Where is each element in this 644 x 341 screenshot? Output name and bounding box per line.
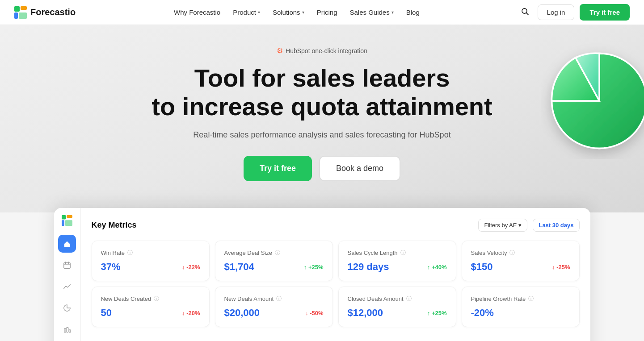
metric-help-icon: ⓘ bbox=[528, 295, 534, 303]
sidebar-logo bbox=[62, 215, 72, 228]
metric-card: Average Deal Size ⓘ $1,704 ↑ +25% bbox=[215, 241, 333, 281]
metric-change: ↓ -25% bbox=[552, 264, 570, 270]
logo-icon bbox=[14, 6, 27, 19]
product-chevron-icon: ▾ bbox=[258, 10, 260, 15]
nav-item-solutions[interactable]: Solutions ▾ bbox=[267, 5, 310, 20]
metric-label: New Deals Created ⓘ bbox=[101, 295, 200, 303]
navigation: Forecastio Why Forecastio Product ▾ Solu… bbox=[0, 0, 644, 25]
nav-try-free-button[interactable]: Try it free bbox=[580, 4, 630, 21]
search-button[interactable] bbox=[518, 4, 532, 20]
svg-rect-7 bbox=[67, 215, 72, 218]
metric-value-row: -20% bbox=[471, 307, 570, 319]
metrics-title: Key Metrics bbox=[92, 220, 137, 230]
metric-value: $1,704 bbox=[224, 261, 254, 273]
metric-value: 37% bbox=[101, 261, 121, 273]
nav-item-sales-guides[interactable]: Sales Guides ▾ bbox=[344, 5, 399, 20]
metric-change: ↑ +25% bbox=[427, 310, 447, 316]
metric-label: Average Deal Size ⓘ bbox=[224, 249, 324, 257]
svg-rect-1 bbox=[21, 6, 27, 10]
svg-rect-15 bbox=[67, 328, 68, 333]
metric-label: Sales Velocity ⓘ bbox=[471, 249, 570, 257]
metric-card: Pipeline Growth Rate ⓘ -20% bbox=[462, 287, 580, 327]
filter-ae-button[interactable]: Filters by AE ▾ bbox=[478, 219, 527, 232]
hubspot-icon: ⚙ bbox=[277, 46, 283, 55]
metric-help-icon: ⓘ bbox=[276, 295, 282, 303]
metric-value: 50 bbox=[101, 307, 112, 319]
metric-value-row: 50 ↓ -20% bbox=[101, 307, 200, 319]
svg-rect-8 bbox=[62, 220, 64, 226]
nav-links: Why Forecastio Product ▾ Solutions ▾ Pri… bbox=[168, 5, 425, 20]
nav-item-blog[interactable]: Blog bbox=[401, 5, 425, 20]
metric-change: ↑ +25% bbox=[304, 264, 324, 270]
svg-rect-2 bbox=[14, 12, 18, 19]
date-filter-button[interactable]: Last 30 days bbox=[533, 219, 579, 232]
logo[interactable]: Forecastio bbox=[14, 6, 76, 19]
svg-line-5 bbox=[526, 13, 528, 15]
svg-rect-6 bbox=[62, 215, 66, 219]
metric-change: ↓ -22% bbox=[182, 264, 200, 270]
metric-label: Closed Deals Amount ⓘ bbox=[348, 295, 447, 303]
metric-change: ↓ -20% bbox=[182, 310, 200, 316]
hero-try-free-button[interactable]: Try it free bbox=[244, 156, 312, 181]
svg-rect-0 bbox=[14, 6, 20, 12]
metric-value: 129 days bbox=[348, 261, 389, 273]
pie-chart-decoration bbox=[541, 43, 644, 159]
metric-change: ↓ -50% bbox=[305, 310, 323, 316]
pie-chart-svg bbox=[541, 43, 644, 159]
metric-value-row: $20,000 ↓ -50% bbox=[224, 307, 324, 319]
solutions-chevron-icon: ▾ bbox=[302, 10, 304, 15]
sidebar-item-pie[interactable] bbox=[58, 299, 76, 317]
sidebar-item-calendar[interactable] bbox=[58, 256, 76, 274]
metric-label: New Deals Amount ⓘ bbox=[224, 295, 324, 303]
hero-subtext: Real-time sales performance analysis and… bbox=[14, 130, 630, 140]
sidebar-item-bar[interactable] bbox=[58, 320, 76, 338]
search-icon bbox=[521, 7, 530, 16]
metric-card: Sales Velocity ⓘ $150 ↓ -25% bbox=[462, 241, 580, 281]
svg-rect-10 bbox=[64, 263, 70, 269]
metric-change: ↑ +40% bbox=[427, 264, 447, 270]
hero-section: ⚙ HubSpot one-click integration Tool for… bbox=[0, 25, 644, 212]
metric-value: $12,000 bbox=[348, 307, 383, 319]
metric-value: -20% bbox=[471, 307, 494, 319]
metric-label: Sales Cycle Length ⓘ bbox=[348, 249, 447, 257]
metrics-filters: Filters by AE ▾ Last 30 days bbox=[478, 219, 579, 232]
metric-help-icon: ⓘ bbox=[400, 249, 406, 257]
metric-value-row: $12,000 ↑ +25% bbox=[348, 307, 447, 319]
metric-help-icon: ⓘ bbox=[406, 295, 412, 303]
nav-item-pricing[interactable]: Pricing bbox=[311, 5, 343, 20]
hubspot-badge: ⚙ HubSpot one-click integration bbox=[277, 46, 367, 55]
metric-card: Win Rate ⓘ 37% ↓ -22% bbox=[92, 241, 210, 281]
metric-value-row: 37% ↓ -22% bbox=[101, 261, 200, 273]
filter-chevron-icon: ▾ bbox=[518, 222, 522, 229]
metric-card: Closed Deals Amount ⓘ $12,000 ↑ +25% bbox=[338, 287, 456, 327]
metric-help-icon: ⓘ bbox=[127, 249, 133, 257]
dashboard-wrapper: Key Metrics Filters by AE ▾ Last 30 days… bbox=[0, 208, 644, 341]
svg-rect-16 bbox=[69, 330, 71, 332]
metrics-grid-row2: New Deals Created ⓘ 50 ↓ -20% New Deals … bbox=[92, 287, 580, 327]
main-content: Key Metrics Filters by AE ▾ Last 30 days… bbox=[81, 208, 590, 341]
dashboard: Key Metrics Filters by AE ▾ Last 30 days… bbox=[54, 208, 590, 341]
sales-guides-chevron-icon: ▾ bbox=[391, 10, 394, 15]
metrics-header: Key Metrics Filters by AE ▾ Last 30 days bbox=[92, 219, 580, 232]
sidebar-item-home[interactable] bbox=[58, 235, 76, 253]
metric-value-row: $150 ↓ -25% bbox=[471, 261, 570, 273]
metric-value-row: $1,704 ↑ +25% bbox=[224, 261, 324, 273]
metric-help-icon: ⓘ bbox=[275, 249, 280, 257]
metrics-grid-row1: Win Rate ⓘ 37% ↓ -22% Average Deal Size … bbox=[92, 241, 580, 281]
hero-buttons: Try it free Book a demo bbox=[14, 156, 630, 181]
metric-label: Win Rate ⓘ bbox=[101, 249, 200, 257]
nav-item-product[interactable]: Product ▾ bbox=[227, 5, 265, 20]
metric-label: Pipeline Growth Rate ⓘ bbox=[471, 295, 570, 303]
nav-item-why[interactable]: Why Forecastio bbox=[168, 5, 226, 20]
svg-rect-3 bbox=[19, 12, 27, 19]
sidebar-item-analytics[interactable] bbox=[58, 278, 76, 295]
metric-value: $150 bbox=[471, 261, 493, 273]
metric-card: New Deals Amount ⓘ $20,000 ↓ -50% bbox=[215, 287, 333, 327]
login-button[interactable]: Log in bbox=[538, 4, 575, 20]
metric-card: New Deals Created ⓘ 50 ↓ -20% bbox=[92, 287, 210, 327]
hero-headline: Tool for sales leaders to increase quota… bbox=[143, 64, 501, 121]
svg-rect-9 bbox=[65, 220, 72, 226]
hero-book-demo-button[interactable]: Book a demo bbox=[319, 156, 400, 181]
nav-actions: Log in Try it free bbox=[518, 4, 630, 21]
metric-value: $20,000 bbox=[224, 307, 260, 319]
